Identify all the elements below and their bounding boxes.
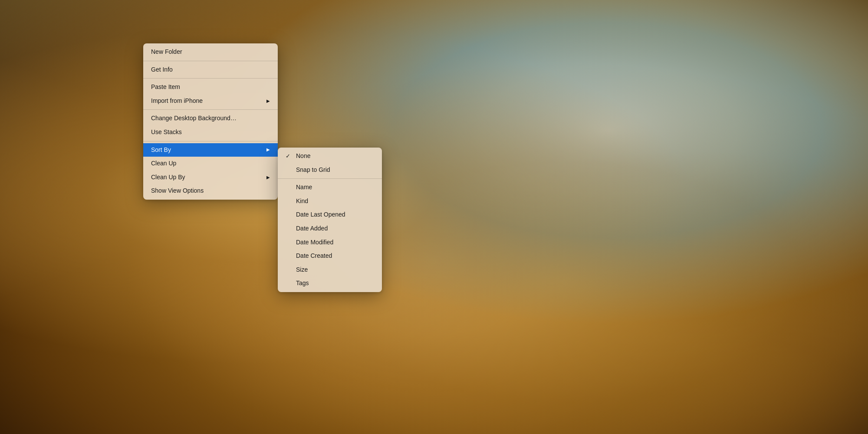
menu-item-show-view-options[interactable]: Show View Options (143, 184, 278, 198)
submenu-item-tags[interactable]: Tags (278, 276, 382, 290)
submenu-item-size[interactable]: Size (278, 263, 382, 277)
submenu-item-name[interactable]: Name (278, 181, 382, 194)
menu-separator-3 (143, 109, 278, 110)
menu-item-paste-item[interactable]: Paste Item (143, 80, 278, 94)
sort-by-label: Sort By (151, 146, 171, 155)
submenu-item-kind[interactable]: Kind (278, 194, 382, 208)
tags-label: Tags (296, 279, 309, 288)
none-label: None (296, 152, 310, 161)
submenu-item-date-added[interactable]: Date Added (278, 222, 382, 236)
use-stacks-label: Use Stacks (151, 128, 182, 137)
none-check: ✓ (286, 152, 293, 160)
change-desktop-label: Change Desktop Background… (151, 114, 237, 123)
sort-by-submenu[interactable]: ✓ None Snap to Grid Name Kind Date Last … (278, 148, 382, 292)
size-label: Size (296, 266, 308, 274)
menu-item-sort-by[interactable]: Sort By ▶ (143, 143, 278, 157)
clean-up-by-arrow: ▶ (266, 174, 270, 181)
submenu-separator-1 (278, 178, 382, 179)
get-info-label: Get Info (151, 66, 173, 74)
submenu-item-none[interactable]: ✓ None (278, 149, 382, 163)
submenu-item-date-modified[interactable]: Date Modified (278, 236, 382, 250)
new-folder-label: New Folder (151, 48, 182, 56)
date-added-label: Date Added (296, 224, 328, 233)
menu-separator-1 (143, 61, 278, 61)
import-from-iphone-arrow: ▶ (266, 98, 270, 104)
date-modified-label: Date Modified (296, 238, 333, 247)
menu-item-clean-up[interactable]: Clean Up (143, 157, 278, 171)
submenu-item-snap-to-grid[interactable]: Snap to Grid (278, 163, 382, 177)
menu-item-get-info[interactable]: Get Info (143, 63, 278, 77)
menu-separator-2 (143, 78, 278, 79)
menu-item-change-desktop[interactable]: Change Desktop Background… (143, 112, 278, 125)
show-view-options-label: Show View Options (151, 187, 204, 195)
snap-to-grid-label: Snap to Grid (296, 166, 330, 174)
menu-item-new-folder[interactable]: New Folder (143, 45, 278, 59)
date-created-label: Date Created (296, 252, 332, 260)
menu-item-import-from-iphone[interactable]: Import from iPhone ▶ (143, 94, 278, 108)
submenu-item-date-created[interactable]: Date Created (278, 249, 382, 263)
paste-item-label: Paste Item (151, 83, 180, 92)
import-from-iphone-label: Import from iPhone (151, 97, 203, 105)
submenu-item-date-last-opened[interactable]: Date Last Opened (278, 208, 382, 222)
sort-by-arrow: ▶ (266, 147, 270, 153)
clean-up-by-label: Clean Up By (151, 173, 185, 182)
context-menu-wrapper: New Folder Get Info Paste Item Import fr… (143, 43, 382, 200)
menu-item-use-stacks[interactable]: Use Stacks (143, 125, 278, 139)
name-label: Name (296, 183, 312, 192)
date-last-opened-label: Date Last Opened (296, 210, 345, 219)
context-menu[interactable]: New Folder Get Info Paste Item Import fr… (143, 43, 278, 200)
menu-item-clean-up-by[interactable]: Clean Up By ▶ (143, 171, 278, 184)
kind-label: Kind (296, 197, 308, 206)
desktop-background (0, 0, 868, 434)
menu-separator-4 (143, 141, 278, 141)
clean-up-label: Clean Up (151, 159, 176, 168)
